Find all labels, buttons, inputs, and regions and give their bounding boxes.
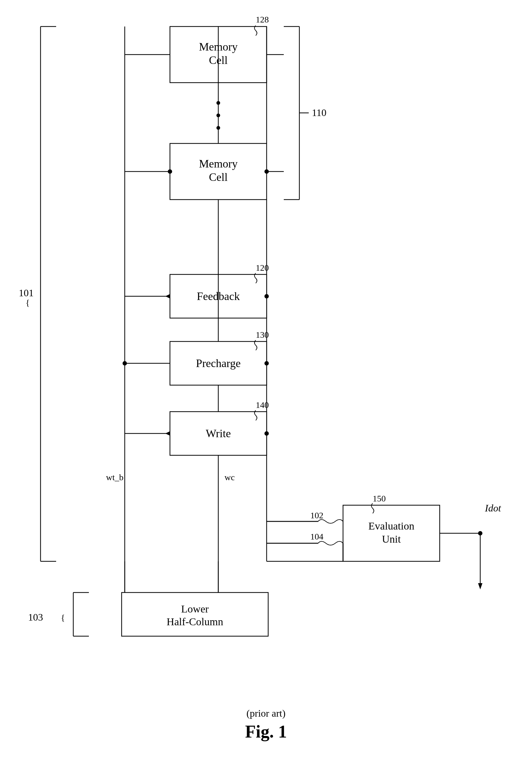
label-104: 104 xyxy=(310,532,323,541)
label-idot: Idot xyxy=(485,502,501,514)
brace-101-symbol: { xyxy=(25,298,29,307)
label-102: 102 xyxy=(310,511,323,520)
fig-label: Fig. 1 xyxy=(0,722,532,741)
label-130: 130 xyxy=(256,330,269,340)
lower-half-column-label2: Half-Column xyxy=(167,616,223,627)
evaluation-unit-label2: Unit xyxy=(382,533,401,545)
brace-103-symbol: { xyxy=(61,613,65,622)
label-101: 101 xyxy=(19,287,34,298)
label-110: 110 xyxy=(312,107,327,118)
label-120: 120 xyxy=(256,263,269,273)
precharge-label: Precharge xyxy=(196,357,240,369)
write-label: Write xyxy=(206,427,231,440)
label-103: 103 xyxy=(28,611,43,623)
evaluation-unit-label1: Evaluation xyxy=(368,520,414,532)
diagram-container: Memory Cell 128 Memory Cell 110 xyxy=(0,0,532,779)
junction-write-right xyxy=(264,431,269,436)
label-140: 140 xyxy=(256,400,269,410)
squiggle-104 xyxy=(318,541,343,545)
junction-feedback-right xyxy=(264,294,269,298)
write-arrow-head xyxy=(165,431,170,436)
label-128: 128 xyxy=(256,15,269,24)
circuit-diagram-svg: Memory Cell 128 Memory Cell 110 xyxy=(0,0,532,779)
label-wc: wc xyxy=(225,472,235,482)
feedback-arrow-head xyxy=(165,294,170,298)
junction-precharge-right xyxy=(264,361,269,365)
prior-art-label: (prior art) xyxy=(0,708,532,719)
label-150: 150 xyxy=(373,494,386,503)
lower-half-column-label1: Lower xyxy=(181,603,209,615)
memory-cell-bottom-label2: Cell xyxy=(209,171,228,183)
memory-cell-bottom-label: Memory xyxy=(199,158,238,170)
label-wt_b: wt_b xyxy=(106,472,123,482)
idot-arrowhead xyxy=(478,583,482,589)
